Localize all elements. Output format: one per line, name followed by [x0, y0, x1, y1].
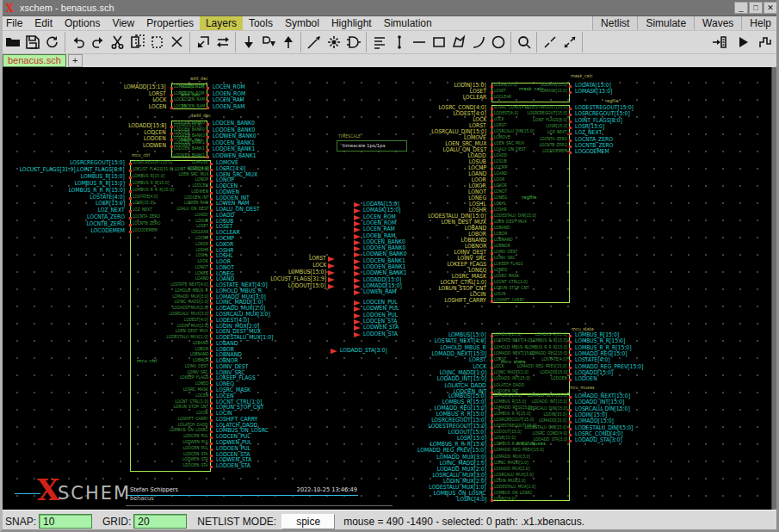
snap-field[interactable]: 10 — [39, 514, 92, 529]
net-label[interactable]: LOMASK[15:0] — [575, 89, 612, 94]
net-label[interactable]: LODESTALU_DIN[15:0] — [429, 213, 486, 219]
net-label[interactable]: LOOEN_RAM — [213, 104, 244, 109]
net-label[interactable]: LOEN_DEST_MUX — [442, 220, 486, 225]
toolbar-simulate-icon[interactable] — [733, 33, 752, 53]
net-label[interactable]: LODATA[15:0] — [363, 201, 399, 207]
toolbar-netlist-icon[interactable] — [709, 33, 729, 53]
net-label[interactable]: LOSRCREGOUT[15:0] — [70, 160, 125, 165]
net-label[interactable]: LOMBUS_R_R[15:0] — [575, 338, 625, 343]
net-label[interactable]: LODWEN — [143, 143, 166, 148]
net-label[interactable]: LODADD_INT[15:0] — [575, 399, 624, 405]
net-label[interactable]: LOSHIFT_CARRY — [445, 298, 486, 303]
net-label[interactable]: LOCMP — [468, 165, 486, 170]
toolbar-circle-icon[interactable] — [488, 33, 508, 53]
net-label[interactable]: LOMBUS_R_R_R[15:0] — [68, 188, 125, 193]
menu-waves[interactable]: Waves — [694, 16, 741, 30]
net-label[interactable]: LOSTATE_NEXT[4:0] — [216, 282, 268, 288]
net-label[interactable]: LOSTATE[4:0] — [90, 195, 125, 200]
net-label[interactable]: LOBNAND — [461, 238, 486, 243]
net-label[interactable]: LONOT — [216, 265, 234, 270]
net-label[interactable]: LOSET — [470, 89, 486, 94]
net-label[interactable]: LODADD_STA[3:0] — [340, 348, 387, 353]
net-label[interactable]: LODWEN_PUL — [363, 306, 399, 311]
net-label[interactable]: LOSRCREGOUT[15:0] — [431, 418, 486, 423]
toolbar-waves-icon[interactable] — [756, 33, 776, 53]
net-label[interactable]: LOOEN_ROM — [213, 91, 245, 96]
menu-view[interactable]: View — [106, 16, 140, 30]
net-label[interactable]: LOINV_DEST — [216, 364, 248, 369]
net-label[interactable]: LOALU_ON_DEST — [442, 147, 486, 152]
toolbar-cut-icon[interactable] — [108, 33, 127, 53]
net-label[interactable]: LOADD — [216, 213, 234, 218]
net-label[interactable]: LODCEN_BANK1 — [363, 258, 405, 263]
net-label[interactable]: LORST — [469, 123, 486, 128]
net-label[interactable]: LODOEN_BANK0 — [213, 127, 255, 133]
net-label[interactable]: LOMBUS_R_R_R[15:0] — [575, 345, 632, 350]
net-label[interactable]: LODCEN — [216, 183, 238, 189]
net-label[interactable]: LOMBUS_R[15:0] — [81, 174, 125, 179]
net-label[interactable]: LOBOR — [468, 232, 486, 237]
net-label[interactable]: LODWEN — [216, 189, 239, 195]
net-label[interactable]: LODADD_MUX[2:0] — [437, 467, 486, 472]
net-label[interactable]: LOOEN_RAM — [363, 233, 395, 238]
vertical-scrollbar[interactable] — [771, 67, 776, 510]
net-label[interactable]: LOMADD_REG[15:0] — [434, 405, 486, 411]
net-label[interactable]: LOCK — [473, 364, 486, 369]
net-label[interactable]: LOSRC_MASK — [216, 387, 250, 393]
menu-tools[interactable]: Tools — [243, 16, 279, 30]
menu-symbol[interactable]: Symbol — [279, 16, 325, 30]
net-label[interactable]: LOCNTA_ZERO — [87, 214, 125, 220]
net-label[interactable]: LOCLEAR — [216, 230, 240, 235]
net-label[interactable]: LODIN_MUX[2:0] — [443, 479, 486, 484]
toolbar-polygon-icon[interactable] — [448, 33, 468, 53]
toolbar-zoom-full-icon[interactable] — [560, 33, 579, 53]
net-label[interactable]: LODCEN_STA — [363, 319, 397, 324]
net-label[interactable]: LOINC_MADD[1:0] — [439, 461, 486, 466]
net-label[interactable]: LOINV_SRC — [458, 256, 486, 261]
net-label[interactable]: LORST — [469, 357, 486, 362]
net-label[interactable]: LOMADD_MUX[3:0] — [436, 455, 486, 460]
menu-options[interactable]: Options — [59, 16, 106, 30]
net-label[interactable]: LOKEEP_FLAGS — [447, 262, 486, 267]
menu-simulate[interactable]: Simulate — [637, 16, 694, 30]
net-label[interactable]: LOINC_MADD[1:0] — [439, 370, 486, 375]
tab-benacus[interactable]: benacus.sch — [3, 54, 66, 67]
toolbar-pen-icon[interactable] — [304, 33, 324, 53]
net-label[interactable]: LODWEN_BANK1 — [363, 270, 407, 275]
net-label[interactable]: LOCUST_FLAGS[31:9] — [270, 276, 326, 281]
toolbar-ascend-icon[interactable] — [278, 33, 298, 53]
toolbar-pop-hierarchy-icon[interactable] — [193, 33, 213, 53]
toolbar-open-file-icon[interactable] — [3, 33, 22, 53]
net-label[interactable]: LOCIN — [216, 411, 232, 416]
net-label[interactable]: LOOR — [472, 177, 486, 182]
net-label[interactable]: LOXOR — [469, 183, 486, 189]
net-label[interactable]: LODOEN_STA — [216, 463, 250, 468]
toolbar-rect-icon[interactable] — [429, 33, 448, 53]
menu-edit[interactable]: Edit — [28, 16, 59, 30]
net-label[interactable]: LODADD[15:0] — [575, 370, 613, 375]
menu-netlist[interactable]: Netlist — [592, 16, 637, 30]
net-label[interactable]: LODCEN_PUL — [363, 300, 398, 305]
net-label[interactable]: LOBNOR — [216, 358, 238, 363]
net-label[interactable]: LOZ_NEXT — [98, 207, 125, 213]
net-label[interactable]: LOMBUS[15:0] — [448, 393, 486, 399]
maximize-button[interactable]: □ — [749, 2, 763, 14]
net-label[interactable]: LODCEN_BANK0 — [363, 239, 405, 244]
net-label[interactable]: LOCEN — [216, 393, 233, 399]
menu-help[interactable]: Help — [741, 16, 779, 30]
net-label[interactable]: LOCUST_FLAGS[31:9],LOINT_FLAGS[8:0] — [20, 167, 125, 172]
net-label[interactable]: LORUN_STOP_CNT — [438, 286, 486, 291]
net-label[interactable]: LODCEN_BANK0 — [213, 121, 255, 126]
net-label[interactable]: LOSRCREGOUT[15:0] — [575, 111, 630, 116]
net-label[interactable]: LODADD_INT[15:0] — [437, 376, 486, 381]
toolbar-swap-icon[interactable] — [213, 33, 232, 53]
net-label[interactable]: LODATA[15:0] — [575, 83, 611, 88]
net-label[interactable]: LOZ_NEXT — [575, 130, 602, 135]
net-label[interactable]: LODOEN_BANK1 — [363, 264, 405, 269]
net-label[interactable]: LOMASK[15:0] — [363, 207, 400, 213]
net-label[interactable]: LODOEN — [144, 136, 166, 141]
net-label[interactable]: LOMBUS[15:0] — [288, 269, 326, 275]
grid-field[interactable]: 20 — [133, 514, 187, 529]
net-label[interactable]: LOSRCALU_MUX[3:0] — [432, 473, 486, 478]
net-label[interactable]: LODESTALU_MUX[1:0] — [216, 335, 273, 340]
